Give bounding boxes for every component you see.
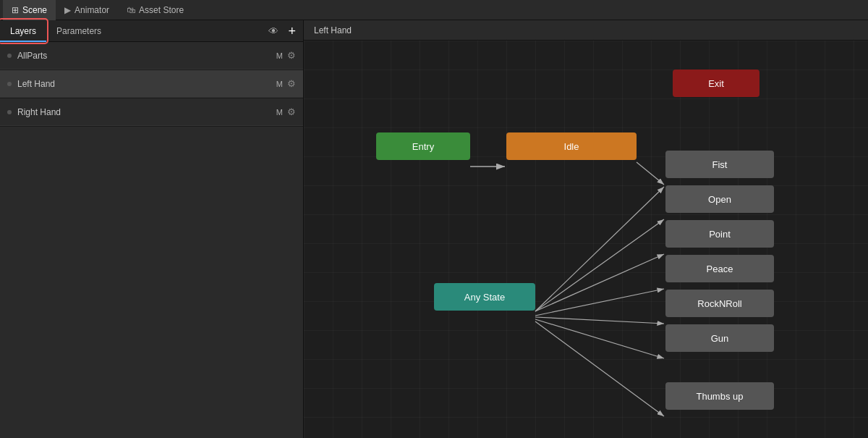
canvas-title: Left Hand xyxy=(314,25,352,35)
node-idle[interactable]: Idle xyxy=(506,132,637,160)
layer-dot-allparts xyxy=(7,54,12,58)
layer-controls-righthand: M ⚙ xyxy=(276,106,296,117)
node-fist[interactable]: Fist xyxy=(665,151,774,178)
main-layout: Layers Parameters 👁 + AllParts M ⚙ xyxy=(0,20,868,438)
node-rocknroll[interactable]: RockNRoll xyxy=(665,290,774,317)
layer-m-righthand: M xyxy=(276,108,283,117)
tab-scene-label: Scene xyxy=(22,5,47,15)
layer-list: AllParts M ⚙ Left Hand M ⚙ Right xyxy=(0,42,303,438)
tab-layers[interactable]: Layers xyxy=(0,20,46,42)
layer-name-allparts: AllParts xyxy=(17,51,276,61)
asset-store-icon: 🛍 xyxy=(127,5,135,15)
node-exit[interactable]: Exit xyxy=(673,70,760,97)
node-open[interactable]: Open xyxy=(665,185,774,213)
layer-dot-righthand xyxy=(7,110,12,114)
tab-scene[interactable]: ⊞ Scene xyxy=(3,0,56,20)
layer-name-lefthand: Left Hand xyxy=(17,79,276,89)
canvas-area: Left Hand xyxy=(304,20,868,438)
tab-animator[interactable]: ▶ Animator xyxy=(56,0,118,20)
layer-dot-lefthand xyxy=(7,82,12,86)
layer-gear-allparts[interactable]: ⚙ xyxy=(287,50,296,61)
layer-m-lefthand: M xyxy=(276,80,283,88)
tab-parameters[interactable]: Parameters xyxy=(46,20,111,42)
layer-gear-lefthand[interactable]: ⚙ xyxy=(287,78,296,89)
node-gun[interactable]: Gun xyxy=(665,324,774,352)
tab-asset-store-label: Asset Store xyxy=(139,5,184,15)
layer-controls-allparts: M ⚙ xyxy=(276,50,296,61)
layer-gear-righthand[interactable]: ⚙ xyxy=(287,106,296,117)
layer-m-allparts: M xyxy=(276,51,283,60)
top-tab-bar: ⊞ Scene ▶ Animator 🛍 Asset Store xyxy=(0,0,868,20)
node-anystate[interactable]: Any State xyxy=(434,283,535,311)
left-panel: Layers Parameters 👁 + AllParts M ⚙ xyxy=(0,20,304,438)
layer-item-lefthand[interactable]: Left Hand M ⚙ xyxy=(0,70,303,98)
node-point[interactable]: Point xyxy=(665,220,774,248)
layer-item-righthand[interactable]: Right Hand M ⚙ xyxy=(0,98,303,126)
sub-tabs: Layers Parameters 👁 + xyxy=(0,20,303,42)
divider-3 xyxy=(0,126,303,127)
canvas-header: Left Hand xyxy=(304,20,868,41)
node-thumbsup[interactable]: Thumbs up xyxy=(665,382,774,410)
layer-name-righthand: Right Hand xyxy=(17,107,276,117)
layer-item-allparts[interactable]: AllParts M ⚙ xyxy=(0,42,303,70)
node-peace[interactable]: Peace xyxy=(665,255,774,282)
eye-icon[interactable]: 👁 xyxy=(268,25,278,37)
tab-asset-store[interactable]: 🛍 Asset Store xyxy=(118,0,192,20)
add-layer-button[interactable]: + xyxy=(288,25,296,38)
scene-icon: ⊞ xyxy=(12,5,19,15)
layer-controls-lefthand: M ⚙ xyxy=(276,78,296,89)
animator-icon: ▶ xyxy=(64,5,71,15)
node-entry[interactable]: Entry xyxy=(376,132,470,160)
canvas-grid xyxy=(304,41,868,438)
tab-animator-label: Animator xyxy=(75,5,109,15)
